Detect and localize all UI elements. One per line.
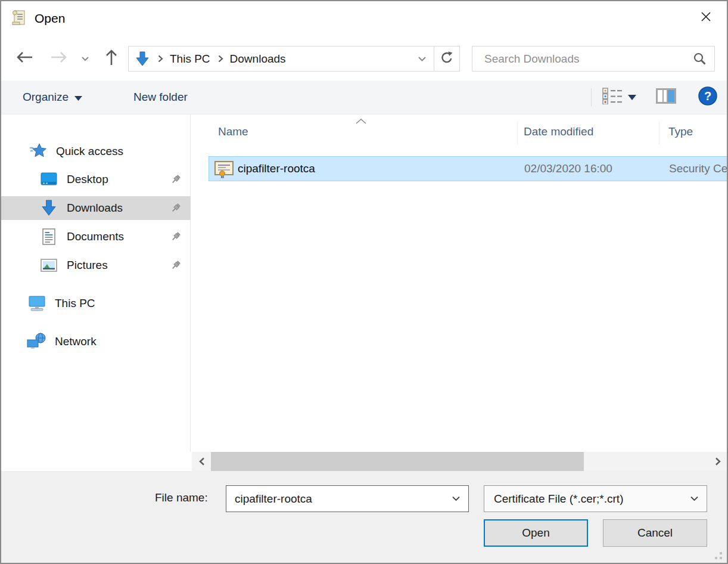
search-icon [685, 52, 714, 66]
file-name-input[interactable] [226, 492, 443, 506]
forward-button[interactable] [48, 48, 70, 69]
breadcrumb-this-pc[interactable]: This PC [170, 52, 210, 66]
list-view-icon [602, 88, 623, 107]
dialog-title: Open [35, 11, 65, 26]
breadcrumb-downloads[interactable]: Downloads [230, 52, 286, 66]
horizontal-scrollbar[interactable] [192, 452, 728, 471]
preview-pane-button[interactable] [655, 87, 677, 107]
scrollbar-thumb[interactable] [211, 452, 584, 471]
new-folder-button[interactable]: New folder [133, 80, 188, 114]
file-type-dropdown[interactable]: Certificate File (*.cer;*.crt) [484, 485, 707, 512]
organize-button[interactable]: Organize [23, 80, 82, 114]
column-header-date-modified[interactable]: Date modified [524, 125, 593, 138]
sidebar-item-label: Downloads [67, 202, 123, 215]
pin-icon [170, 174, 181, 188]
chevron-down-icon [682, 496, 707, 501]
file-type-value: Certificate File (*.cer;*.crt) [484, 492, 682, 506]
sidebar-item-label: This PC [55, 297, 95, 310]
command-bar: Organize New folder [1, 80, 727, 114]
quick-access-star-icon [27, 143, 49, 160]
sidebar-item-label: Desktop [67, 173, 108, 186]
forward-arrow-icon [49, 50, 69, 67]
refresh-icon [440, 51, 453, 67]
scroll-right-icon[interactable] [709, 452, 727, 471]
address-bar[interactable]: This PC Downloads [128, 46, 460, 72]
back-arrow-icon [15, 50, 34, 67]
column-divider[interactable] [517, 122, 518, 144]
sort-ascending-icon [355, 116, 367, 126]
downloads-icon [135, 51, 150, 67]
up-button[interactable] [100, 48, 123, 69]
sidebar-item-label: Quick access [56, 145, 123, 158]
up-arrow-icon [104, 48, 119, 69]
navigation-pane: Quick access Desktop [1, 114, 191, 452]
open-button[interactable]: Open [484, 519, 588, 547]
help-button[interactable]: ? [698, 86, 717, 108]
back-button[interactable] [13, 48, 36, 69]
sidebar-item-label: Network [55, 335, 97, 348]
svg-text:?: ? [704, 89, 711, 103]
chevron-down-icon [81, 53, 89, 64]
new-folder-label: New folder [133, 91, 188, 104]
pin-icon [170, 260, 181, 274]
sidebar-item-network[interactable]: Network [1, 330, 191, 354]
search-box [472, 46, 715, 72]
file-type: Security Certificate [669, 162, 728, 175]
address-dropdown-chevron[interactable] [418, 56, 427, 62]
chevron-down-icon[interactable] [443, 496, 468, 501]
pin-icon [170, 203, 181, 216]
cancel-button[interactable]: Cancel [603, 519, 707, 547]
file-name-label: File name: [155, 491, 208, 504]
view-options-button[interactable] [602, 88, 636, 107]
sidebar-item-quick-access[interactable]: Quick access [1, 140, 191, 163]
preview-pane-icon [655, 87, 677, 107]
divider [591, 88, 592, 106]
file-row-cipafilter-rootca[interactable]: cipafilter-rootca 02/03/2020 16:00 Secur… [209, 156, 728, 181]
this-pc-icon [26, 295, 48, 312]
sidebar-item-this-pc[interactable]: This PC [1, 292, 191, 315]
pin-icon [170, 231, 181, 245]
dialog-footer: File name: Certificate File (*.cer;*.crt… [1, 471, 727, 563]
resize-grip-icon[interactable] [713, 550, 722, 559]
help-icon: ? [698, 86, 717, 108]
pictures-icon [38, 258, 60, 273]
sidebar-item-label: Documents [67, 230, 124, 243]
sidebar-item-documents[interactable]: Documents [1, 225, 191, 249]
search-input[interactable] [472, 52, 685, 66]
documents-icon [38, 228, 60, 246]
column-header-name[interactable]: Name [218, 125, 248, 138]
sidebar-item-label: Pictures [67, 259, 108, 272]
scroll-icon [11, 9, 27, 29]
chevron-right-icon [217, 54, 224, 63]
file-name-combobox [226, 485, 469, 512]
sidebar-item-desktop[interactable]: Desktop [1, 168, 191, 191]
certificate-icon [214, 160, 234, 181]
file-name: cipafilter-rootca [238, 162, 315, 175]
close-button[interactable] [690, 5, 722, 31]
scroll-left-icon[interactable] [193, 452, 211, 471]
close-icon [700, 11, 712, 25]
chevron-down-icon [628, 92, 636, 103]
open-dialog: Open [0, 0, 728, 564]
recent-locations-chevron[interactable] [77, 48, 93, 69]
chevron-down-icon [74, 91, 82, 104]
file-date-modified: 02/03/2020 16:00 [524, 162, 612, 175]
organize-label: Organize [23, 91, 69, 104]
sidebar-item-downloads[interactable]: Downloads [1, 196, 191, 220]
desktop-icon [38, 172, 60, 187]
column-header-type[interactable]: Type [668, 125, 693, 138]
refresh-button[interactable] [434, 47, 459, 71]
chevron-right-icon [157, 54, 164, 63]
sidebar-item-pictures[interactable]: Pictures [1, 253, 191, 277]
downloads-icon [38, 199, 60, 217]
network-icon [26, 333, 48, 351]
column-divider[interactable] [659, 122, 659, 144]
